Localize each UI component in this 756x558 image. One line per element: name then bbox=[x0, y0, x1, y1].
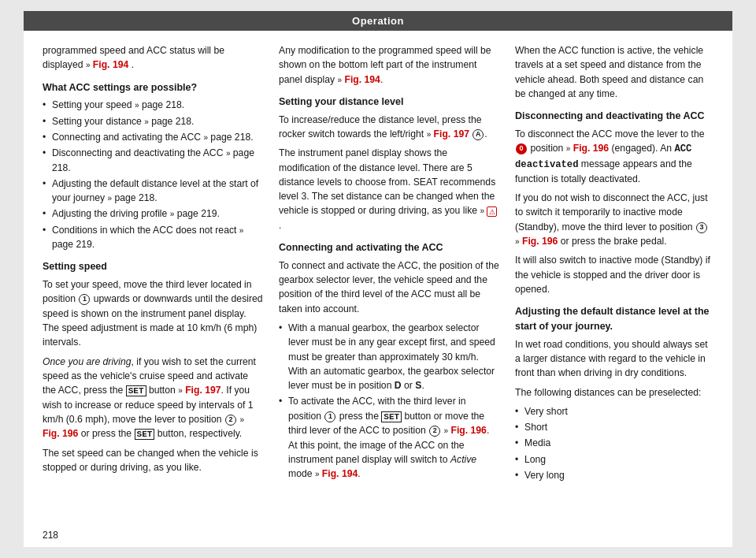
disconnecting-para: To disconnect the ACC move the lever to … bbox=[515, 127, 713, 186]
setting-speed-para2: Once you are driving, if you wish to set… bbox=[43, 355, 263, 441]
standby-para: It will also switch to inactive mode (St… bbox=[515, 253, 713, 296]
intro-para: programmed speed and ACC status will be … bbox=[43, 43, 263, 73]
connecting-bullets: With a manual gearbox, the gearbox selec… bbox=[279, 321, 499, 481]
adjusting-para1: In wet road conditions, you should alway… bbox=[515, 337, 713, 381]
following-para: The following distances can be preselect… bbox=[515, 385, 713, 400]
bullet-conditions: Conditions in which the ACC does not rea… bbox=[43, 223, 263, 252]
acc-bullets: Setting your speed » page 218. Setting y… bbox=[43, 98, 263, 251]
setting-speed-heading: Setting speed bbox=[43, 259, 263, 274]
distance-very-long: Very long bbox=[515, 468, 713, 482]
when-active-para: When the ACC function is active, the veh… bbox=[515, 43, 713, 101]
col-left: programmed speed and ACC status will be … bbox=[43, 43, 263, 529]
distance-media: Media bbox=[515, 436, 713, 450]
setting-speed-para3: The set speed can be changed when the ve… bbox=[43, 446, 263, 475]
connecting-bullet-manual: With a manual gearbox, the gearbox selec… bbox=[279, 321, 499, 392]
distance-very-short: Very short bbox=[515, 404, 713, 418]
connecting-para1: To connect and activate the ACC, the pos… bbox=[279, 259, 499, 316]
distance-long: Long bbox=[515, 452, 713, 467]
page-number: 218 bbox=[43, 530, 58, 541]
col-middle: Any modification to the programmed speed… bbox=[279, 43, 499, 529]
disconnecting-heading: Disconnecting and deactivating the ACC bbox=[515, 109, 713, 124]
page-container: Operation programmed speed and ACC statu… bbox=[24, 11, 732, 547]
distance-level-heading: Setting your distance level bbox=[279, 95, 499, 110]
content-area: programmed speed and ACC status will be … bbox=[24, 31, 732, 541]
bullet-distance: Setting your distance » page 218. bbox=[43, 114, 263, 128]
distance-bullets: Very short Short Media Long Very long bbox=[515, 404, 713, 482]
bullet-adjusting: Adjusting the default distance level at … bbox=[43, 177, 263, 206]
setting-speed-para1: To set your speed, move the third lever … bbox=[43, 277, 263, 349]
connecting-heading: Connecting and activating the ACC bbox=[279, 240, 499, 255]
mod-para: Any modification to the programmed speed… bbox=[279, 43, 499, 87]
bullet-disconnecting: Disconnecting and deactivating the ACC »… bbox=[43, 146, 263, 175]
bullet-driving-profile: Adjusting the driving profile » page 219… bbox=[43, 206, 263, 221]
distance-para2: The instrument panel display shows the m… bbox=[279, 146, 499, 232]
what-acc-heading: What ACC settings are possible? bbox=[43, 80, 263, 95]
bullet-connecting: Connecting and activating the ACC » page… bbox=[43, 130, 263, 144]
distance-short: Short bbox=[515, 420, 713, 434]
connecting-bullet-activate: To activate the ACC, with the third leve… bbox=[279, 394, 499, 481]
distance-para1: To increase/reduce the distance level, p… bbox=[279, 113, 499, 142]
if-not-para: If you do not wish to disconnect the ACC… bbox=[515, 191, 713, 248]
col-right: When the ACC function is active, the veh… bbox=[515, 43, 713, 529]
adjusting-heading: Adjusting the default distance level at … bbox=[515, 304, 713, 334]
top-bar: Operation bbox=[24, 11, 732, 31]
bullet-speed: Setting your speed » page 218. bbox=[43, 98, 263, 112]
circle-1: 1 bbox=[79, 294, 90, 305]
top-bar-label: Operation bbox=[352, 15, 404, 27]
